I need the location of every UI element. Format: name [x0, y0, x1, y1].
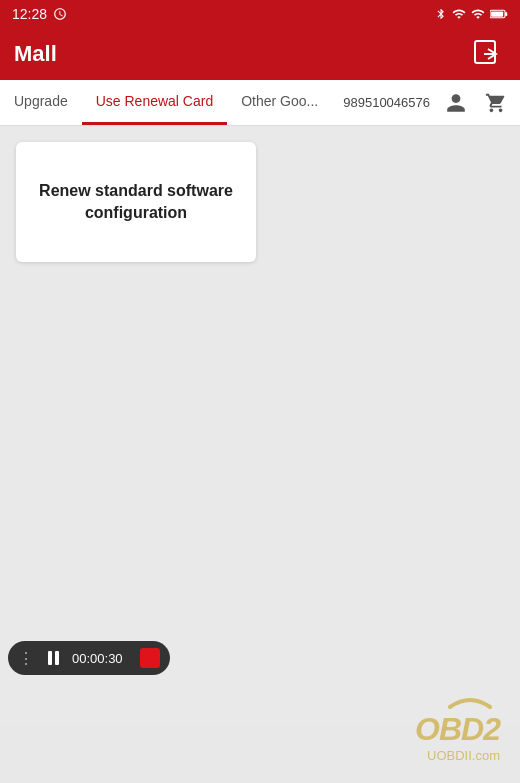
tab-bar: Upgrade Use Renewal Card Other Goo... 98… [0, 80, 520, 126]
main-content: Renew standard software configuration [0, 126, 520, 726]
user-id-text: 989510046576 [343, 95, 430, 110]
header-title: Mall [14, 41, 57, 67]
product-card-title: Renew standard software configuration [36, 180, 236, 225]
media-pause-button[interactable] [42, 647, 64, 669]
tab-bar-right-icons: 989510046576 [343, 80, 520, 125]
battery-icon [490, 8, 508, 20]
user-icon [445, 92, 467, 114]
watermark-logo-text: OBD2 [415, 711, 500, 748]
status-time-group: 12:28 [12, 6, 67, 22]
svg-rect-2 [505, 12, 507, 16]
tab-other-goods[interactable]: Other Goo... [227, 80, 332, 125]
svg-rect-1 [491, 11, 503, 16]
alarm-icon [53, 7, 67, 21]
user-profile-button[interactable] [442, 89, 470, 117]
cart-button[interactable] [482, 89, 510, 117]
bluetooth-icon [435, 7, 447, 21]
media-stop-button[interactable] [140, 648, 160, 668]
status-icons [435, 7, 508, 21]
cart-icon [485, 92, 507, 114]
obd2-logo-crescent [440, 685, 500, 709]
media-menu-button[interactable]: ⋮ [18, 649, 34, 668]
tab-use-renewal-card[interactable]: Use Renewal Card [82, 80, 228, 125]
media-bar: ⋮ 00:00:30 [8, 641, 170, 675]
product-card[interactable]: Renew standard software configuration [16, 142, 256, 262]
status-time: 12:28 [12, 6, 47, 22]
media-time-display: 00:00:30 [72, 651, 132, 666]
watermark-crescent [415, 685, 500, 709]
status-bar: 12:28 [0, 0, 520, 28]
wifi-icon [471, 7, 485, 21]
pause-icon [48, 651, 59, 665]
watermark-url-text: UOBDII.com [415, 748, 500, 763]
tab-upgrade[interactable]: Upgrade [0, 80, 82, 125]
header: Mall [0, 28, 520, 80]
login-icon [474, 40, 502, 68]
login-button[interactable] [470, 36, 506, 72]
signal-icon [452, 7, 466, 21]
watermark: OBD2 UOBDII.com [415, 685, 500, 763]
